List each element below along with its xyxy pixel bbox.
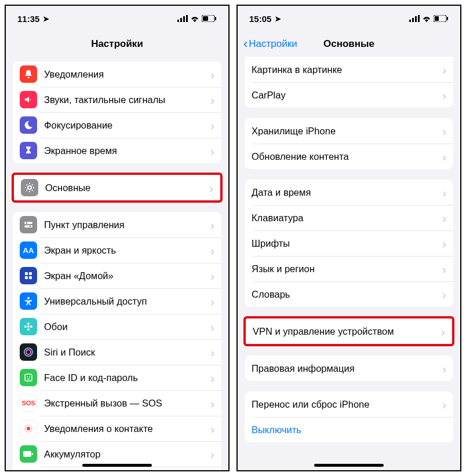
sos-icon: SOS	[20, 394, 37, 412]
row-focus[interactable]: Фокусирование ›	[13, 112, 221, 138]
row-label: Клавиатура	[252, 213, 442, 224]
row-home[interactable]: Экран «Домой» ›	[13, 263, 221, 288]
status-indicators	[177, 15, 217, 22]
svg-rect-5	[203, 16, 208, 21]
chevron-right-icon: ›	[442, 64, 446, 76]
svg-point-19	[27, 328, 30, 331]
row-label: Правовая информация	[252, 363, 442, 374]
row-privacy[interactable]: Конфиденциальность ›	[13, 467, 221, 470]
svg-rect-32	[412, 18, 414, 22]
row-faceid[interactable]: Face ID и код-пароль ›	[13, 365, 221, 390]
chevron-right-icon: ›	[442, 263, 446, 275]
row-label: Картинка в картинке	[252, 64, 442, 75]
svg-rect-15	[29, 276, 32, 279]
wifi-icon	[422, 15, 431, 22]
row-exposure[interactable]: Уведомления о контакте ›	[13, 416, 221, 441]
row-sounds[interactable]: Звуки, тактильные сигналы ›	[13, 87, 221, 112]
row-language[interactable]: Язык и регион ›	[245, 256, 453, 281]
svg-rect-13	[29, 272, 32, 275]
row-display[interactable]: AA Экран и яркость ›	[13, 237, 221, 263]
location-icon: ➤	[43, 14, 49, 23]
row-battery[interactable]: Аккумулятор ›	[13, 441, 221, 467]
row-label: Обновление контента	[252, 151, 442, 162]
chevron-right-icon: ›	[210, 145, 214, 157]
back-label: Настройки	[249, 38, 297, 50]
switches-icon	[20, 216, 37, 233]
row-notifications[interactable]: Уведомления ›	[13, 61, 221, 87]
flower-icon	[20, 318, 37, 335]
row-datetime[interactable]: Дата и время ›	[245, 180, 453, 205]
svg-point-11	[30, 226, 31, 228]
chevron-right-icon: ›	[209, 182, 213, 194]
settings-group: Хранилище iPhone › Обновление контента ›	[245, 118, 453, 169]
row-label: Перенос или сброс iPhone	[252, 399, 442, 410]
svg-rect-34	[418, 15, 420, 22]
row-control-center[interactable]: Пункт управления ›	[13, 212, 221, 237]
svg-point-18	[27, 323, 30, 325]
accessibility-icon	[20, 292, 37, 310]
svg-point-25	[27, 376, 28, 378]
moon-icon	[20, 116, 37, 134]
chevron-right-icon: ›	[210, 244, 214, 257]
row-label: Face ID и код-пароль	[44, 372, 210, 383]
row-fonts[interactable]: Шрифты ›	[245, 230, 453, 256]
chevron-right-icon: ›	[441, 325, 445, 338]
home-indicator[interactable]	[82, 464, 152, 467]
row-general[interactable]: Основные ›	[14, 175, 220, 200]
row-label: Уведомления о контакте	[44, 423, 210, 434]
chevron-right-icon: ›	[210, 448, 214, 460]
row-background-refresh[interactable]: Обновление контента ›	[245, 144, 453, 169]
row-label: Язык и регион	[252, 263, 442, 274]
chevron-right-icon: ›	[210, 423, 214, 435]
row-label: Универсальный доступ	[44, 296, 210, 307]
chevron-right-icon: ›	[442, 151, 446, 163]
row-transfer-reset[interactable]: Перенос или сброс iPhone ›	[245, 391, 453, 417]
svg-rect-9	[24, 225, 32, 228]
phone-settings-root: 11:35 ➤ Настройки Уведомления › Звуки, т…	[5, 5, 230, 471]
wifi-icon	[190, 15, 199, 22]
chevron-right-icon: ›	[210, 295, 214, 307]
row-screentime[interactable]: Экранное время ›	[13, 138, 221, 163]
row-legal[interactable]: Правовая информация ›	[245, 356, 453, 381]
row-sos[interactable]: SOS Экстренный вызов — SOS ›	[13, 390, 221, 416]
svg-rect-8	[24, 222, 32, 224]
row-siri[interactable]: Siri и Поиск ›	[13, 339, 221, 365]
chevron-right-icon: ›	[210, 219, 214, 231]
speaker-icon	[20, 91, 37, 108]
svg-point-17	[27, 325, 30, 328]
svg-point-23	[26, 350, 31, 354]
battery-icon	[434, 15, 449, 22]
row-wallpaper[interactable]: Обои ›	[13, 314, 221, 339]
settings-group: Дата и время › Клавиатура › Шрифты › Язы…	[245, 180, 453, 307]
row-keyboard[interactable]: Клавиатура ›	[245, 205, 453, 230]
svg-point-7	[28, 186, 31, 189]
row-dictionary[interactable]: Словарь ›	[245, 281, 453, 307]
highlight-vpn: VPN и управление устройством ›	[243, 316, 454, 346]
status-bar: 11:35 ➤	[6, 6, 228, 31]
settings-list[interactable]: Уведомления › Звуки, тактильные сигналы …	[6, 57, 228, 470]
location-icon: ➤	[275, 14, 281, 23]
row-shutdown[interactable]: Выключить	[245, 417, 453, 442]
settings-group: Перенос или сброс iPhone › Выключить	[245, 391, 453, 442]
cellular-icon	[177, 15, 188, 22]
svg-point-16	[27, 297, 30, 299]
row-label: Пункт управления	[44, 219, 210, 230]
chevron-right-icon: ›	[442, 212, 446, 224]
exposure-icon	[20, 420, 37, 437]
row-label: Экранное время	[44, 145, 210, 156]
chevron-right-icon: ›	[442, 186, 446, 199]
row-label: Дата и время	[252, 187, 442, 198]
row-carplay[interactable]: CarPlay ›	[245, 82, 453, 108]
svg-point-10	[26, 222, 28, 224]
row-accessibility[interactable]: Универсальный доступ ›	[13, 288, 221, 314]
back-button[interactable]: ‹ Настройки	[243, 38, 297, 50]
row-vpn[interactable]: VPN и управление устройством ›	[246, 318, 452, 344]
gear-icon	[21, 179, 38, 196]
general-list[interactable]: Картинка в картинке › CarPlay › Хранилищ…	[238, 57, 460, 470]
svg-rect-2	[183, 16, 185, 22]
row-storage[interactable]: Хранилище iPhone ›	[245, 118, 453, 144]
grid-icon	[20, 267, 37, 284]
home-indicator[interactable]	[314, 464, 384, 467]
svg-rect-30	[32, 453, 33, 455]
row-pip[interactable]: Картинка в картинке ›	[245, 57, 453, 82]
